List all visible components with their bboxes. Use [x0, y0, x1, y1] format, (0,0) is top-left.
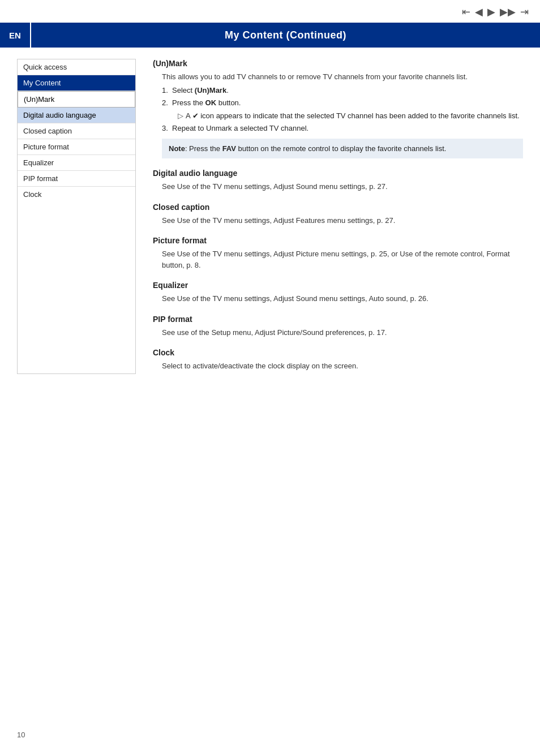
skip-back-icon[interactable]: ⇤ [462, 6, 470, 18]
step-2: 2. Press the OK button. [162, 97, 523, 109]
step-3: 3. Repeat to Unmark a selected TV channe… [162, 123, 523, 134]
section-body-clock: Select to activate/deactivate the clock … [162, 360, 523, 372]
sidebar-item-picture-format[interactable]: Picture format [18, 139, 135, 155]
section-body-pip-format: See use of the Setup menu, Adjust Pictur… [162, 327, 523, 338]
sidebar-item-digital-audio[interactable]: Digital audio language [18, 108, 135, 123]
sidebar-item-equalizer[interactable]: Equalizer [18, 155, 135, 171]
fast-forward-icon[interactable]: ▶▶ [500, 6, 516, 18]
language-label: EN [0, 23, 31, 48]
sidebar-item-unmark[interactable]: (Un)Mark [18, 91, 135, 108]
step-2-bullet: ▷ A ✔ icon appears to indicate that the … [162, 110, 523, 122]
note-box: Note: Press the FAV button on the remote… [162, 139, 523, 159]
section-title-pip-format: PIP format [153, 315, 523, 324]
sidebar-item-clock[interactable]: Clock [18, 187, 135, 202]
sidebar-item-closed-caption[interactable]: Closed caption [18, 123, 135, 139]
note-label: Note [169, 144, 185, 153]
skip-forward-icon[interactable]: ⇥ [520, 6, 529, 18]
section-intro-unmark: This allows you to add TV channels to or… [162, 71, 523, 83]
header-bar: EN My Content (Continued) [0, 23, 540, 48]
section-body-picture-format: See Use of the TV menu settings, Adjust … [162, 248, 523, 270]
sidebar-item-quick-access[interactable]: Quick access [18, 59, 135, 75]
unmark-steps: 1. Select (Un)Mark. 2. Press the OK butt… [162, 85, 523, 134]
rewind-icon[interactable]: ◀ [475, 6, 483, 18]
page-title: My Content (Continued) [31, 29, 540, 41]
sidebar-item-my-content[interactable]: My Content [18, 75, 135, 91]
bullet-arrow-icon: ▷ [178, 110, 183, 122]
top-navigation: ⇤ ◀ ▶ ▶▶ ⇥ [462, 6, 529, 18]
section-body-closed-caption: See Use of the TV menu settings, Adjust … [162, 215, 523, 226]
section-title-unmark: (Un)Mark [153, 59, 523, 68]
section-title-equalizer: Equalizer [153, 281, 523, 290]
section-body-equalizer: See Use of the TV menu settings, Adjust … [162, 293, 523, 304]
sidebar-menu: Quick access My Content (Un)Mark Digital… [17, 59, 136, 374]
page-number: 10 [17, 731, 25, 739]
section-title-digital-audio: Digital audio language [153, 169, 523, 178]
sidebar-item-pip-format[interactable]: PIP format [18, 171, 135, 187]
play-icon[interactable]: ▶ [487, 6, 495, 18]
step-1: 1. Select (Un)Mark. [162, 85, 523, 96]
content-area: (Un)Mark This allows you to add TV chann… [153, 59, 523, 374]
main-content: Quick access My Content (Un)Mark Digital… [0, 48, 540, 385]
section-title-clock: Clock [153, 348, 523, 357]
section-title-picture-format: Picture format [153, 236, 523, 245]
section-title-closed-caption: Closed caption [153, 203, 523, 212]
section-body-digital-audio: See Use of the TV menu settings, Adjust … [162, 181, 523, 192]
bullet-text: A ✔ icon appears to indicate that the se… [186, 110, 520, 122]
